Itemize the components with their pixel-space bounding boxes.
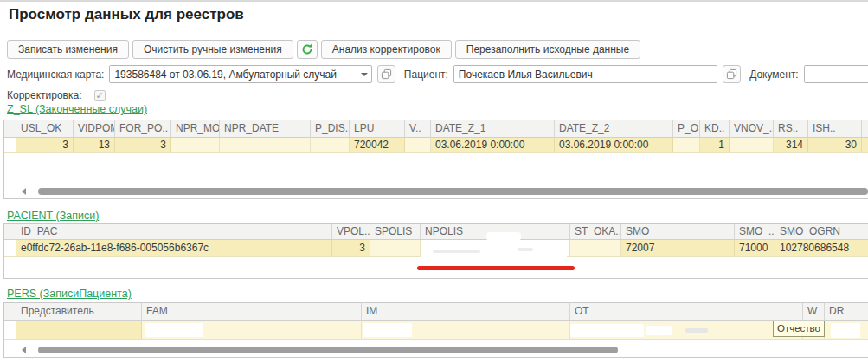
correction-checkbox[interactable]: ✓ — [94, 90, 106, 101]
redaction-smudge — [433, 250, 480, 253]
clear-manual-changes-button[interactable]: Очистить ручные изменения — [132, 40, 293, 59]
refresh-button[interactable] — [297, 40, 318, 59]
column-header-RS[interactable]: RS.. — [774, 120, 808, 138]
med-card-open-button[interactable] — [377, 65, 395, 83]
cell-LPU[interactable]: 720042 — [350, 138, 405, 153]
cell-SPOLIS[interactable] — [370, 240, 421, 257]
analyze-corrections-button[interactable]: Анализ корректировок — [321, 40, 452, 59]
column-header-DATE_Z_2[interactable]: DATE_Z_2 — [555, 120, 673, 138]
save-changes-button[interactable]: Записать изменения — [7, 40, 129, 59]
column-header-LPU[interactable]: LPU — [350, 120, 405, 138]
redaction-patch — [421, 254, 567, 264]
column-header-V[interactable]: V.. — [405, 120, 431, 138]
cell-DATE_Z_2[interactable]: 03.06.2019 0:00:00 — [555, 138, 673, 153]
column-header-rowsel[interactable] — [4, 224, 16, 240]
cell-ISH[interactable]: 30 — [808, 138, 862, 153]
column-header-P_O[interactable]: P_O.. — [673, 120, 700, 138]
cell-VPOL[interactable]: 3 — [332, 240, 370, 257]
column-header-VNOV[interactable]: VNOV_.. — [730, 120, 774, 138]
column-header-predstavitel[interactable]: Представитель — [16, 303, 142, 321]
column-header-extra[interactable] — [862, 120, 868, 138]
cell-RS[interactable]: 314 — [774, 138, 808, 153]
redaction-patch — [363, 323, 412, 337]
column-header-DATE_Z_1[interactable]: DATE_Z_1 — [431, 120, 555, 138]
column-header-SMO_[interactable]: SMO_.. — [735, 224, 775, 240]
column-header-USL_OK[interactable]: USL_OK — [16, 120, 74, 138]
redaction-patch — [145, 323, 203, 337]
header-form: Медицинская карта: Пациент: — [7, 65, 868, 83]
med-card-label: Медицинская карта: — [7, 68, 104, 81]
cell-USL_OK[interactable]: 3 — [16, 138, 74, 153]
zsl-scrollbar-thumb[interactable] — [38, 188, 868, 195]
cell-DATE_Z_1[interactable]: 03.06.2019 0:00:00 — [431, 138, 555, 153]
cell-rowsel[interactable] — [4, 138, 16, 153]
cell-rowsel[interactable] — [4, 240, 16, 257]
cell-VIDPOM[interactable]: 13 — [74, 138, 115, 153]
column-header-KD[interactable]: KD.. — [700, 120, 730, 138]
column-header-VIDPOM[interactable]: VIDPOM — [74, 120, 115, 138]
cell-NPR_MO[interactable] — [171, 138, 220, 153]
cell-rowsel[interactable] — [4, 321, 16, 340]
document-field[interactable] — [804, 65, 868, 83]
page-title: Просмотр данных для реестров — [9, 6, 244, 23]
zsl-section-link[interactable]: Z_SL (Законченные случаи) — [7, 103, 147, 115]
refill-source-data-button[interactable]: Перезаполнить исходные данные — [455, 40, 640, 59]
cell-extra[interactable] — [862, 138, 868, 153]
column-header-NPR_MO[interactable]: NPR_MO — [171, 120, 220, 138]
table-row[interactable] — [4, 321, 868, 340]
column-header-ST_OKA[interactable]: ST_OKA.. — [570, 224, 621, 240]
column-header-NPR_DATE[interactable]: NPR_DATE — [220, 120, 311, 138]
patient-input[interactable] — [454, 66, 717, 82]
cell-FOR_PO[interactable]: 3 — [115, 138, 171, 153]
cell-KD[interactable]: 1 — [700, 138, 730, 153]
column-header-W[interactable]: W — [803, 303, 825, 321]
column-header-DR[interactable]: DR — [825, 303, 868, 321]
column-header-VPOL[interactable]: VPOL.. — [332, 224, 370, 240]
column-header-P_DIS[interactable]: P_DIS.. — [311, 120, 350, 138]
patient-open-button[interactable] — [723, 65, 741, 83]
column-header-SMO[interactable]: SMO — [621, 224, 735, 240]
column-header-IM[interactable]: IM — [362, 303, 570, 321]
med-card-input[interactable] — [110, 66, 357, 82]
cell-SMO[interactable]: 72007 — [621, 240, 735, 257]
scroll-left-icon[interactable] — [22, 188, 26, 195]
cell-NPR_DATE[interactable] — [220, 138, 311, 153]
table-row[interactable]: 313372004203.06.2019 0:00:0003.06.2019 0… — [4, 138, 868, 153]
patient-field[interactable] — [453, 65, 717, 83]
column-header-ID_PAC[interactable]: ID_PAC — [16, 224, 332, 240]
patient-label: Пациент: — [404, 68, 448, 81]
column-header-SPOLIS[interactable]: SPOLIS — [370, 224, 421, 240]
document-label: Документ: — [749, 68, 799, 81]
column-header-SMO_OGRN[interactable]: SMO_OGRN — [775, 224, 868, 240]
column-header-rowsel[interactable] — [4, 303, 16, 321]
cell-V[interactable] — [405, 138, 431, 153]
pers-scrollbar-thumb[interactable] — [38, 347, 618, 353]
redaction-patch — [646, 326, 672, 335]
cell-ST_OKA[interactable] — [570, 240, 621, 257]
pers-horizontal-scrollbar[interactable] — [18, 346, 868, 354]
med-card-dropdown-button[interactable] — [357, 66, 371, 82]
tooltip: Отчество — [773, 321, 825, 337]
scroll-left-icon[interactable] — [22, 347, 26, 353]
redaction-patch — [831, 323, 860, 338]
column-header-ISH[interactable]: ISH.. — [808, 120, 862, 138]
zsl-horizontal-scrollbar[interactable] — [18, 187, 868, 196]
cell-SMO_[interactable]: 71000 — [735, 240, 775, 257]
cell-SMO_OGRN[interactable]: 102780686548 — [775, 240, 868, 257]
cell-P_O[interactable] — [673, 138, 700, 153]
column-header-FAM[interactable]: FAM — [142, 303, 362, 321]
document-input[interactable] — [805, 66, 868, 82]
pers-section-link[interactable]: PERS (ЗаписиПациента) — [7, 288, 132, 300]
column-header-OT[interactable]: OT — [570, 303, 803, 321]
column-header-rowsel[interactable] — [4, 120, 16, 138]
zsl-table: USL_OKVIDPOMFOR_PO..NPR_MONPR_DATEP_DIS.… — [3, 120, 868, 199]
med-card-combo[interactable] — [109, 65, 372, 83]
correction-row: Корректировка: ✓ — [7, 88, 106, 102]
cell-predstavitel[interactable] — [16, 321, 142, 340]
register-data-view-window: Просмотр данных для реестров Записать из… — [0, 0, 868, 363]
column-header-FOR_PO[interactable]: FOR_PO.. — [115, 120, 171, 138]
cell-P_DIS[interactable] — [311, 138, 350, 153]
pacient-section-link[interactable]: PACIENT (Записи) — [7, 210, 99, 222]
cell-ID_PAC[interactable]: e0ffdc72-26ab-11e8-f686-005056b6367c — [16, 240, 332, 257]
cell-VNOV[interactable] — [730, 138, 774, 153]
